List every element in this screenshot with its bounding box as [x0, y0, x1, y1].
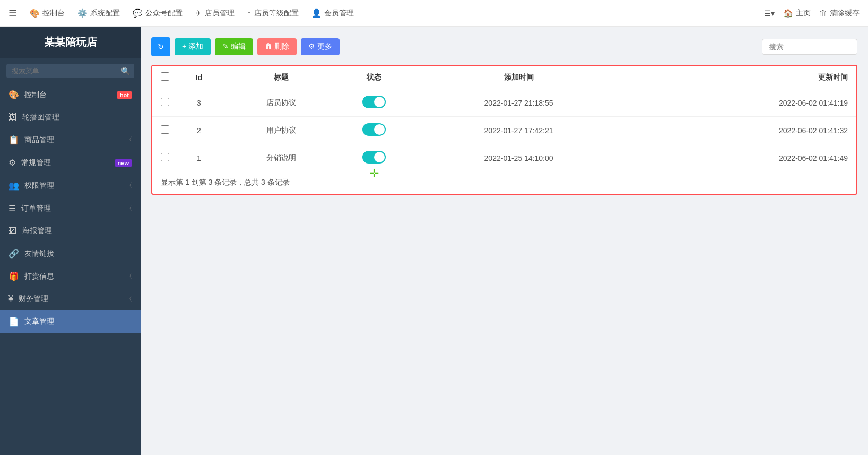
row-title: 用户协议 [220, 117, 342, 144]
sidebar-item-general-label: 常规管理 [21, 158, 115, 168]
toggle-switch[interactable] [362, 123, 386, 136]
drag-handle-icon[interactable]: ✛ [369, 167, 379, 181]
row-add-time: 2022-01-27 21:18:55 [406, 89, 631, 117]
nav-wechat-label: 公众号配置 [145, 8, 183, 18]
row-title: 店员协议 [220, 89, 342, 117]
reward-icon: 🎁 [8, 271, 19, 281]
search-input[interactable] [6, 64, 134, 78]
row-status[interactable] [342, 117, 406, 144]
nav-dashboard[interactable]: 🎨 控制台 [30, 8, 65, 18]
chevron-right-icon2: 〈 [126, 181, 132, 190]
nav-member-label: 会员管理 [324, 8, 354, 18]
nav-staff[interactable]: ✈ 店员管理 [195, 8, 235, 18]
row-checkbox-cell [152, 144, 178, 172]
sidebar-item-reward[interactable]: 🎁 打赏信息 〈 [0, 265, 141, 288]
chevron-right-icon4: 〈 [126, 272, 132, 281]
links-icon: 🔗 [8, 248, 19, 259]
sidebar-item-goods[interactable]: 📋 商品管理 〈 [0, 128, 141, 151]
sidebar-logo: 某某陪玩店 [0, 27, 141, 58]
chevron-right-icon3: 〈 [126, 204, 132, 213]
row-title: 分销说明 [220, 144, 342, 172]
row-id: 3 [178, 89, 220, 117]
row-checkbox[interactable] [161, 153, 169, 161]
sidebar-item-poster-label: 海报管理 [22, 226, 132, 236]
select-all-checkbox[interactable] [161, 72, 169, 81]
staff-nav-icon: ✈ [195, 8, 202, 18]
nav-member[interactable]: 👤 会员管理 [311, 8, 354, 18]
row-status[interactable] [342, 89, 406, 117]
nav-staff-label: 店员管理 [205, 8, 235, 18]
sidebar-item-reward-label: 打赏信息 [24, 272, 126, 281]
toggle-switch[interactable] [362, 96, 386, 108]
status-toggle[interactable] [362, 151, 386, 164]
finance-icon: ¥ [8, 294, 13, 304]
main-content: ↻ + 添加 ✎ 编辑 🗑 删除 ⚙ 更多 [141, 27, 868, 455]
table-row: 1 分销说明 ✛ 2022-01-25 14:10:00 2022-06-02 … [152, 144, 856, 172]
member-nav-icon: 👤 [311, 8, 322, 18]
permission-icon: 👥 [8, 181, 19, 191]
pagination-info: 显示第 1 到第 3 条记录，总共 3 条记录 [152, 171, 856, 194]
goods-icon: 📋 [8, 135, 19, 145]
table-header: Id 标题 状态 添加时间 更新时间 [152, 66, 856, 89]
table-row: 2 用户协议 2022-01-27 17:42:21 2022-06-02 01… [152, 117, 856, 144]
col-checkbox [152, 66, 178, 89]
more-button[interactable]: ⚙ 更多 [301, 38, 340, 55]
dashboard-icon: 🎨 [8, 90, 19, 100]
row-add-time: 2022-01-25 14:10:00 [406, 144, 631, 172]
sidebar-item-carousel[interactable]: 🖼 轮播图管理 [0, 106, 141, 128]
status-toggle[interactable] [362, 96, 386, 108]
add-button[interactable]: + 添加 [175, 38, 211, 55]
edit-button[interactable]: ✎ 编辑 [215, 38, 253, 55]
sidebar-item-finance[interactable]: ¥ 财务管理 〈 [0, 288, 141, 310]
row-checkbox[interactable] [161, 125, 169, 134]
col-id: Id [178, 66, 220, 89]
row-add-time: 2022-01-27 17:42:21 [406, 117, 631, 144]
wechat-nav-icon: 💬 [133, 8, 143, 18]
top-nav: ☰ 🎨 控制台 ⚙️ 系统配置 💬 公众号配置 ✈ 店员管理 ↑ 店员等级配置 … [0, 0, 868, 27]
data-table: Id 标题 状态 添加时间 更新时间 [152, 66, 856, 171]
stafflevel-nav-icon: ↑ [247, 8, 251, 18]
row-checkbox[interactable] [161, 98, 169, 106]
delete-button[interactable]: 🗑 删除 [257, 38, 297, 55]
status-toggle[interactable] [362, 123, 386, 136]
table-search-input[interactable] [762, 39, 857, 55]
nav-sysconfig[interactable]: ⚙️ 系统配置 [77, 8, 120, 18]
dashboard-nav-icon: 🎨 [30, 8, 40, 18]
nav-dashboard-label: 控制台 [42, 8, 65, 18]
sidebar-item-links-label: 友情链接 [24, 249, 132, 259]
nav-wechat[interactable]: 💬 公众号配置 [133, 8, 183, 18]
table-body: 3 店员协议 2022-01-27 21:18:55 2022-06-02 01… [152, 89, 856, 172]
hamburger-icon: ☰ [8, 7, 17, 19]
trash-icon: 🗑 [819, 8, 827, 18]
sidebar-item-order[interactable]: ☰ 订单管理 〈 [0, 197, 141, 220]
general-icon: ⚙ [8, 158, 16, 168]
refresh-icon: ↻ [158, 42, 164, 51]
refresh-button[interactable]: ↻ [151, 37, 170, 56]
nav-stafflevel[interactable]: ↑ 店员等级配置 [247, 8, 299, 18]
row-checkbox-cell [152, 89, 178, 117]
sidebar-item-permission[interactable]: 👥 权限管理 〈 [0, 174, 141, 197]
nav-clear-cache[interactable]: 🗑 清除缓存 [819, 8, 860, 18]
sidebar-item-article[interactable]: 📄 文章管理 [0, 310, 141, 333]
edit-button-label: ✎ 编辑 [222, 42, 246, 51]
toggle-switch[interactable] [362, 151, 386, 164]
table-header-row: Id 标题 状态 添加时间 更新时间 [152, 66, 856, 89]
sidebar-item-general[interactable]: ⚙ 常规管理 new [0, 151, 141, 174]
sidebar-item-dashboard[interactable]: 🎨 控制台 hot [0, 83, 141, 106]
sidebar-item-poster[interactable]: 🖼 海报管理 [0, 220, 141, 242]
sidebar-item-dashboard-label: 控制台 [24, 90, 117, 100]
chevron-right-icon5: 〈 [126, 295, 132, 304]
order-icon: ☰ [8, 203, 16, 213]
search-icon[interactable]: 🔍 [121, 67, 130, 75]
nav-hamburger[interactable]: ☰ [8, 7, 17, 19]
row-status[interactable]: ✛ [342, 144, 406, 172]
row-id: 2 [178, 117, 220, 144]
nav-menu-toggle[interactable]: ☰▾ [764, 9, 775, 18]
sysconfig-nav-icon: ⚙️ [77, 8, 88, 18]
nav-clear-cache-label: 清除缓存 [830, 8, 860, 18]
sidebar: 某某陪玩店 🔍 🎨 控制台 hot 🖼 轮播图管理 📋 商品管理 〈 ⚙ 常规管… [0, 27, 141, 455]
sidebar-item-order-label: 订单管理 [21, 204, 126, 213]
nav-home[interactable]: 🏠 主页 [783, 8, 811, 18]
hot-badge: hot [117, 91, 132, 99]
sidebar-item-links[interactable]: 🔗 友情链接 [0, 242, 141, 265]
